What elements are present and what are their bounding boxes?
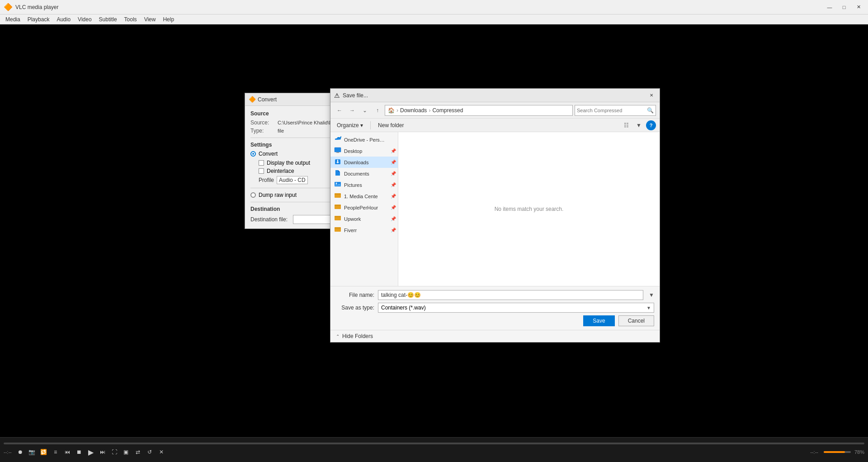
convert-radio[interactable] bbox=[250, 151, 256, 157]
fullscreen-button[interactable]: ⛶ bbox=[109, 447, 119, 457]
cancel-button[interactable]: Cancel bbox=[618, 315, 654, 326]
dest-file-label: Destination file: bbox=[250, 216, 291, 223]
peopleperhour-pin-icon: 📌 bbox=[391, 205, 396, 210]
sidebar-item-peopleperhour[interactable]: PeoplePerHour 📌 bbox=[330, 202, 398, 213]
pause-button[interactable]: ▶ bbox=[86, 447, 96, 457]
menu-subtitle[interactable]: Subtitle bbox=[95, 15, 121, 24]
forward-button[interactable]: → bbox=[347, 105, 358, 116]
sidebar-item-desktop[interactable]: Desktop 📌 bbox=[330, 145, 398, 157]
downloads-icon bbox=[334, 158, 341, 166]
svg-rect-0 bbox=[335, 148, 341, 152]
source-label: Source: bbox=[250, 119, 278, 126]
progress-bar[interactable] bbox=[4, 443, 864, 444]
display-output-label: Display the output bbox=[267, 160, 310, 166]
filename-label: File name: bbox=[336, 292, 374, 298]
menu-audio[interactable]: Audio bbox=[53, 15, 74, 24]
organize-button[interactable]: Organize ▾ bbox=[334, 121, 366, 129]
view-list-button[interactable]: ☷ bbox=[621, 120, 632, 130]
savetype-value: Containers (*.wav) bbox=[381, 305, 426, 311]
pictures-icon bbox=[334, 181, 341, 189]
help-button[interactable]: ? bbox=[646, 120, 656, 130]
peopleperhour-icon bbox=[334, 204, 341, 211]
sidebar-item-onedrive[interactable]: OneDrive - Person bbox=[330, 134, 398, 145]
extended-button[interactable]: ▣ bbox=[121, 447, 131, 457]
save-button[interactable]: Save bbox=[583, 315, 614, 326]
sidebar-item-upwork[interactable]: Upwork 📌 bbox=[330, 213, 398, 224]
breadcrumb-separator-1: › bbox=[396, 107, 398, 114]
sidebar-item-fiverr[interactable]: Fiverr 📌 bbox=[330, 224, 398, 236]
upwork-label: Upwork bbox=[344, 216, 361, 222]
svg-rect-3 bbox=[335, 182, 341, 186]
desktop-label: Desktop bbox=[344, 148, 362, 154]
menu-playback[interactable]: Playback bbox=[24, 15, 53, 24]
stop-button[interactable]: ⏹ bbox=[74, 447, 84, 457]
menu-view[interactable]: View bbox=[141, 15, 160, 24]
sidebar-item-pictures[interactable]: Pictures 📌 bbox=[330, 179, 398, 191]
documents-pin-icon: 📌 bbox=[391, 171, 396, 176]
upwork-pin-icon: 📌 bbox=[391, 216, 396, 221]
profile-value: Audio - CD bbox=[277, 176, 308, 184]
volume-slider[interactable] bbox=[824, 451, 851, 453]
view-options-button[interactable]: ▼ bbox=[633, 120, 644, 130]
desktop-pin-icon: 📌 bbox=[391, 148, 396, 153]
dump-radio[interactable] bbox=[250, 192, 256, 198]
breadcrumb-home-icon: 🏠 bbox=[388, 107, 395, 114]
minimize-button[interactable]: — bbox=[824, 3, 835, 12]
sidebar-item-mediacenter[interactable]: 1. Media Cente 📌 bbox=[330, 191, 398, 202]
sf-toolbar: Organize ▾ New folder ☷ ▼ ? bbox=[330, 119, 660, 132]
dropdown-nav-button[interactable]: ⌄ bbox=[359, 105, 370, 116]
breadcrumb-downloads[interactable]: Downloads bbox=[400, 107, 427, 114]
up-button[interactable]: ↑ bbox=[372, 105, 383, 116]
downloads-pin-icon: 📌 bbox=[391, 160, 396, 165]
onedrive-icon bbox=[334, 136, 341, 143]
filename-input[interactable] bbox=[378, 290, 643, 300]
back-button[interactable]: ← bbox=[334, 105, 345, 116]
type-label: Type: bbox=[250, 128, 278, 134]
sf-bottom: File name: ▼ Save as type: Containers (*… bbox=[330, 286, 660, 330]
time-remaining: --:-- bbox=[810, 449, 818, 455]
sf-content-area: No items match your search. bbox=[398, 132, 660, 286]
savefile-close-button[interactable]: ✕ bbox=[647, 91, 656, 100]
fiverr-icon bbox=[334, 226, 341, 234]
deinterlace-checkbox[interactable] bbox=[259, 168, 264, 174]
vlc-app-icon: 🔶 bbox=[4, 3, 13, 11]
sidebar-item-documents[interactable]: Documents 📌 bbox=[330, 168, 398, 179]
close-button[interactable]: ✕ bbox=[853, 3, 864, 12]
shuffle-button[interactable]: ⇄ bbox=[133, 447, 143, 457]
new-folder-button[interactable]: New folder bbox=[375, 121, 406, 129]
sf-sidebar: OneDrive - Person Desktop 📌 bbox=[330, 132, 398, 286]
onedrive-label: OneDrive - Person bbox=[344, 137, 385, 143]
filename-dropdown-arrow[interactable]: ▼ bbox=[649, 292, 654, 298]
prev-button[interactable]: ⏮ bbox=[62, 447, 72, 457]
sf-buttons: Save Cancel bbox=[336, 315, 654, 326]
convert-radio-label: Convert bbox=[259, 151, 278, 157]
search-icon: 🔍 bbox=[647, 107, 654, 114]
breadcrumb-compressed[interactable]: Compressed bbox=[432, 107, 463, 114]
search-box[interactable]: 🔍 bbox=[575, 105, 656, 116]
snapshot-button[interactable]: 📷 bbox=[27, 447, 37, 457]
playlist-button[interactable]: ≡ bbox=[51, 447, 61, 457]
fiverr-label: Fiverr bbox=[344, 228, 357, 233]
savefile-titlebar: ⚠ Save file... ✕ bbox=[330, 89, 660, 102]
vlc-menubar: Media Playback Audio Video Subtitle Tool… bbox=[0, 14, 868, 24]
random-button[interactable]: ✕ bbox=[156, 447, 166, 457]
menu-tools[interactable]: Tools bbox=[121, 15, 141, 24]
record-button[interactable]: ⏺ bbox=[15, 447, 25, 457]
mediacenter-icon bbox=[334, 192, 341, 200]
type-value: file bbox=[278, 128, 284, 133]
hide-folders-button[interactable]: ⌃ Hide Folders bbox=[330, 330, 660, 342]
sidebar-item-downloads[interactable]: Downloads 📌 bbox=[330, 157, 398, 168]
display-output-checkbox[interactable] bbox=[259, 160, 264, 166]
next-button[interactable]: ⏭ bbox=[98, 447, 108, 457]
menu-help[interactable]: Help bbox=[159, 15, 178, 24]
breadcrumb-separator-2: › bbox=[429, 107, 430, 114]
menu-media[interactable]: Media bbox=[2, 15, 24, 24]
maximize-button[interactable]: □ bbox=[838, 3, 850, 12]
loop-button[interactable]: 🔁 bbox=[39, 447, 49, 457]
menu-video[interactable]: Video bbox=[74, 15, 95, 24]
empty-content-message: No items match your search. bbox=[495, 206, 564, 212]
savetype-dropdown[interactable]: Containers (*.wav) ▼ bbox=[378, 303, 654, 313]
search-input[interactable] bbox=[577, 108, 645, 113]
breadcrumb[interactable]: 🏠 › Downloads › Compressed bbox=[385, 105, 573, 116]
repeat-button[interactable]: ↺ bbox=[145, 447, 155, 457]
